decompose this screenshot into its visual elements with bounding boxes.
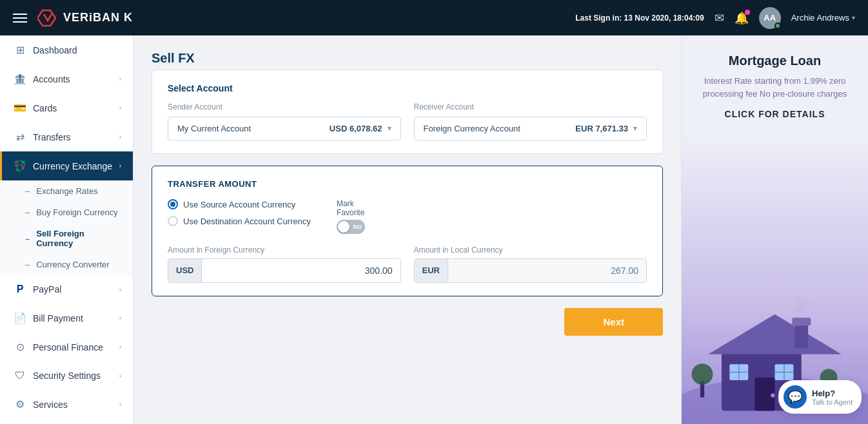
amount-foreign-field: Amount in Foreign Currency USD: [168, 246, 401, 283]
toggle-knob: [338, 221, 350, 233]
user-name-text: Archie Andrews: [791, 13, 849, 23]
sidebar-item-transfers[interactable]: ⇄ Transfers ›: [0, 122, 133, 151]
sidebar-label-bill-payment: Bill Payment: [33, 313, 83, 323]
mortgage-ad: Mortgage Loan Interest Rate starting fro…: [682, 35, 868, 132]
amount-local-input: [448, 259, 646, 282]
personal-finance-icon: ⊙: [14, 341, 26, 353]
exchange-rates-label: Exchange Rates: [36, 186, 97, 196]
amount-foreign-input-wrap: USD: [168, 258, 401, 283]
sidebar-sub-buy-foreign-currency[interactable]: – Buy Foreign Currency: [0, 202, 133, 223]
user-name[interactable]: Archie Andrews ▾: [791, 13, 855, 23]
topnav-right: Last Sign in: 13 Nov 2020, 18:04:09 ✉ 🔔 …: [575, 7, 855, 29]
currency-exchange-submenu: – Exchange Rates – Buy Foreign Currency …: [0, 180, 133, 275]
paypal-icon: P: [14, 284, 26, 295]
dashboard-icon: ⊞: [14, 44, 26, 56]
sidebar-label-security-settings: Security Settings: [33, 371, 101, 381]
bell-icon[interactable]: 🔔: [735, 11, 749, 25]
help-title: Help?: [812, 389, 853, 398]
sidebar-label-currency-exchange: Currency Exchange: [33, 161, 112, 171]
svg-point-15: [802, 299, 809, 307]
sidebar-sub-sell-foreign-currency[interactable]: – Sell Foreign Currency: [0, 223, 133, 254]
svg-rect-13: [792, 318, 811, 325]
radio-source-indicator: [168, 199, 178, 209]
transfer-top-row: Use Source Account Currency Use Destinat…: [168, 199, 647, 234]
sidebar-item-security-settings[interactable]: 🛡 Security Settings ›: [0, 361, 133, 390]
page-title: Sell FX: [152, 51, 663, 66]
bill-payment-chevron-icon: ›: [119, 314, 121, 322]
right-panel: Mortgage Loan Interest Rate starting fro…: [681, 35, 868, 424]
sender-account-select[interactable]: My Current Account USD 6,078.62 ▾: [168, 117, 401, 140]
amount-local-field: Amount in Local Currency EUR: [414, 246, 647, 283]
receiver-amount: EUR 7,671.33: [575, 124, 628, 133]
logo: VERiBAN K: [37, 8, 133, 28]
sidebar-item-bill-payment[interactable]: 📄 Bill Payment ›: [0, 304, 133, 332]
sender-amount: USD 6,078.62: [330, 124, 382, 133]
svg-point-18: [691, 363, 713, 385]
radio-dest-currency[interactable]: Use Destination Account Currency: [168, 216, 311, 226]
main-content: Sell FX Select Account Sender Account My…: [133, 35, 681, 424]
transfers-icon: ⇄: [14, 131, 26, 143]
sidebar-item-accounts[interactable]: 🏦 Accounts ›: [0, 64, 133, 93]
sidebar-item-services[interactable]: ⚙ Services ›: [0, 390, 133, 419]
sidebar-label-accounts: Accounts: [33, 74, 70, 84]
sidebar: ⊞ Dashboard 🏦 Accounts › 💳 Cards › ⇄ Tra…: [0, 35, 133, 424]
sidebar-item-dashboard[interactable]: ⊞ Dashboard: [0, 35, 133, 64]
sidebar-label-personal-finance: Personal Finance: [33, 342, 103, 352]
mortgage-desc: Interest Rate starting from 1.99% zero p…: [695, 75, 855, 100]
amount-foreign-input[interactable]: [202, 259, 400, 282]
receiver-account-select[interactable]: Foreign Currency Account EUR 7,671.33 ▾: [414, 117, 647, 140]
cards-chevron-icon: ›: [119, 104, 121, 111]
svg-rect-12: [794, 323, 808, 348]
sender-account-name: My Current Account: [177, 124, 251, 133]
buy-foreign-currency-label: Buy Foreign Currency: [36, 207, 117, 217]
hamburger-menu[interactable]: [13, 14, 27, 23]
currency-exchange-chevron-icon: ›: [119, 162, 121, 169]
mark-favorite-label: Mark Favorite: [337, 199, 365, 217]
toggle-no-label: NO: [353, 224, 362, 230]
help-bubble[interactable]: 💬 Help? Talk to Agent: [778, 380, 862, 414]
mail-icon[interactable]: ✉: [715, 11, 724, 25]
sidebar-item-paypal[interactable]: P PayPal ›: [0, 275, 133, 304]
sidebar-sub-exchange-rates[interactable]: – Exchange Rates: [0, 180, 133, 202]
account-row: Sender Account My Current Account USD 6,…: [168, 102, 647, 140]
mark-favorite-group: Mark Favorite NO: [337, 199, 365, 234]
svg-point-5: [771, 394, 774, 398]
cards-icon: 💳: [14, 102, 26, 114]
next-button[interactable]: Next: [564, 308, 663, 336]
receiver-label: Receiver Account: [414, 102, 647, 111]
mortgage-cta[interactable]: CLICK FOR DETAILS: [695, 109, 855, 119]
radio-group: Use Source Account Currency Use Destinat…: [168, 199, 311, 226]
sidebar-item-cards[interactable]: 💳 Cards ›: [0, 93, 133, 122]
receiver-chevron-icon: ▾: [633, 124, 637, 133]
sender-label: Sender Account: [168, 102, 401, 111]
notification-dot: [745, 10, 750, 15]
radio-source-currency[interactable]: Use Source Account Currency: [168, 199, 311, 209]
logo-text: VERiBAN K: [63, 11, 133, 24]
toggle-track[interactable]: NO: [337, 220, 365, 234]
top-navigation: VERiBAN K Last Sign in: 13 Nov 2020, 18:…: [0, 0, 868, 35]
sidebar-label-paypal: PayPal: [33, 284, 61, 294]
security-settings-chevron-icon: ›: [119, 372, 121, 380]
currency-converter-label: Currency Converter: [36, 260, 109, 269]
next-row: Next: [152, 308, 663, 336]
paypal-chevron-icon: ›: [119, 286, 121, 293]
sidebar-sub-currency-converter[interactable]: – Currency Converter: [0, 254, 133, 275]
logo-icon: [37, 8, 58, 28]
last-signin-label: Last Sign in: 13 Nov 2020, 18:04:09: [575, 14, 704, 23]
transfer-amount-title: TRANSFER AMOUNT: [168, 179, 647, 189]
receiver-account-field: Receiver Account Foreign Currency Accoun…: [414, 102, 647, 140]
accounts-chevron-icon: ›: [119, 75, 121, 82]
currency-from-badge: USD: [168, 259, 202, 282]
radio-source-label: Use Source Account Currency: [183, 200, 295, 209]
currency-to-badge: EUR: [415, 259, 448, 282]
transfers-chevron-icon: ›: [119, 133, 121, 140]
select-account-card: Select Account Sender Account My Current…: [152, 70, 663, 154]
bill-payment-icon: 📄: [14, 312, 26, 324]
transfer-amount-card: TRANSFER AMOUNT Use Source Account Curre…: [152, 166, 663, 296]
sidebar-item-personal-finance[interactable]: ⊙ Personal Finance ›: [0, 332, 133, 361]
amount-foreign-label: Amount in Foreign Currency: [168, 246, 401, 255]
mortgage-title: Mortgage Loan: [695, 53, 855, 68]
select-account-title: Select Account: [168, 83, 647, 93]
sidebar-item-currency-exchange[interactable]: 💱 Currency Exchange ›: [0, 151, 133, 180]
mark-favorite-toggle[interactable]: NO: [337, 220, 365, 234]
